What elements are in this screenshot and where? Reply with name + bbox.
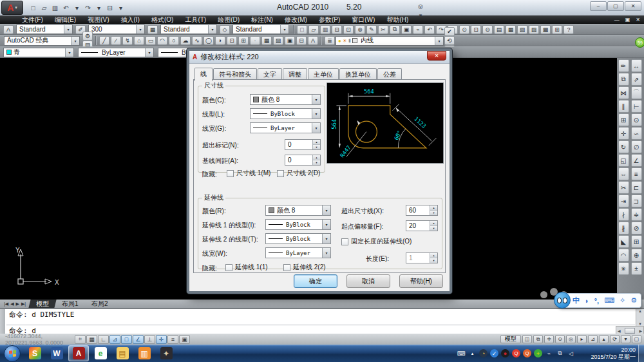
insert-block-icon[interactable]: ⊡ <box>227 36 237 45</box>
ext-color-combo[interactable]: 颜色 8 ▾ <box>265 205 331 216</box>
table-style-combo[interactable]: Standard▾ <box>160 24 217 34</box>
dialog-close-button[interactable]: ✕ <box>427 51 446 61</box>
table-icon[interactable]: ⊟ <box>296 36 307 45</box>
plot-icon[interactable]: ⊕ <box>355 25 365 34</box>
table-style-icon[interactable]: ▦ <box>147 25 158 34</box>
dialog-title-bar[interactable]: A 修改标注样式: 220 ✕ <box>189 51 450 64</box>
annotation-scale-icon[interactable]: ⊿ <box>588 335 598 343</box>
dyn-toggle[interactable]: ✛ <box>156 335 167 344</box>
keyboard-icon[interactable]: ⌨ <box>457 349 466 357</box>
arc-length-dim-icon[interactable]: ⌒ <box>631 86 642 99</box>
workspace-combo[interactable]: AutoCAD 经典▾ <box>4 36 80 46</box>
diameter-dim-icon[interactable]: ∅ <box>631 140 642 153</box>
text-style-icon[interactable]: A <box>3 25 14 34</box>
minimize-button[interactable]: – <box>590 1 607 11</box>
qq-icon-2[interactable]: Q <box>523 349 531 357</box>
offset-icon[interactable]: ∥ <box>618 100 629 113</box>
print-icon[interactable]: ⊟ <box>105 3 115 13</box>
spin-down-icon[interactable]: ▼ <box>313 160 320 165</box>
explode-icon[interactable]: ✳ <box>618 262 629 275</box>
revision-cloud-icon[interactable]: ☁ <box>180 36 191 45</box>
scale-icon[interactable]: ◱ <box>618 154 629 167</box>
player-icon[interactable]: ● <box>501 349 509 357</box>
dim-extend-spinner[interactable]: 0 ▲▼ <box>285 139 321 150</box>
first-tab-icon[interactable]: |◀ <box>4 301 8 307</box>
circle-icon[interactable]: ○ <box>169 36 179 45</box>
ext1-linetype-combo[interactable]: ByBlock ▾ <box>265 219 331 230</box>
new-file-icon[interactable]: □ <box>297 25 307 34</box>
menu-item[interactable]: 文件(F) <box>22 15 43 24</box>
power-plug-icon[interactable]: ⌁ <box>545 349 553 357</box>
clean-screen-icon[interactable]: ▢ <box>632 335 641 343</box>
dim-baseline-spinner[interactable]: 0 ▲▼ <box>285 155 321 166</box>
copy-icon[interactable]: ⧉ <box>390 25 400 34</box>
security-shield-icon[interactable]: ✓ <box>490 349 498 357</box>
annotation-autoscale-icon[interactable]: ⟳ <box>610 335 620 343</box>
quick-view-drawings-icon[interactable]: ⧉ <box>533 335 543 343</box>
properties-icon[interactable]: ▤ <box>494 25 504 34</box>
show-motion-icon[interactable]: ▸ <box>577 335 587 343</box>
multiline-text-icon[interactable]: A <box>308 36 318 45</box>
menu-item[interactable]: 修改(M) <box>285 15 307 24</box>
center-mark-icon[interactable]: ⊕ <box>631 249 642 262</box>
last-tab-icon[interactable]: ▶| <box>21 301 26 307</box>
chamfer-icon[interactable]: ◣ <box>618 235 629 248</box>
trim-icon[interactable]: ✂ <box>618 181 629 194</box>
quick-calc-icon[interactable]: ⊞ <box>552 25 562 34</box>
print-icon[interactable]: ⊟ <box>332 25 342 34</box>
messenger-badge[interactable]: 59 <box>635 37 644 48</box>
open-file-icon[interactable]: ▱ <box>39 3 49 13</box>
rectangle-icon[interactable]: ▭ <box>146 36 156 45</box>
ime-moon-icon[interactable]: ◗ <box>585 297 589 305</box>
next-tab-icon[interactable]: ▶ <box>16 301 19 307</box>
show-desktop-button[interactable] <box>638 345 644 362</box>
suppress-ext-line1-checkbox[interactable]: 延伸线 1(1) <box>225 263 268 272</box>
scroll-thumb[interactable] <box>625 328 635 334</box>
restore-button[interactable]: ▢ <box>607 1 624 11</box>
linear-dim-icon[interactable]: ↔ <box>631 59 642 72</box>
ducs-toggle[interactable]: ⊥ <box>144 335 155 344</box>
suppress-ext-line2-checkbox[interactable]: 延伸线 2(2) <box>283 263 326 272</box>
gear-icon[interactable]: ⚙ <box>82 32 93 41</box>
clock-app-icon[interactable]: ◔ <box>479 349 488 357</box>
ortho-toggle[interactable]: ∟ <box>98 335 109 344</box>
status-menu-icon[interactable]: ▾ <box>621 335 630 343</box>
construction-line-icon[interactable]: ⁄ <box>111 36 121 45</box>
cancel-button[interactable]: 取消 <box>346 274 390 288</box>
menu-item[interactable]: 绘图(D) <box>218 15 240 24</box>
layer-make-current-icon[interactable]: ✔ <box>444 27 455 36</box>
save-icon[interactable]: ▥ <box>320 25 330 34</box>
ext2-linetype-combo[interactable]: ByBlock ▾ <box>265 233 331 244</box>
stretch-icon[interactable]: ⇔ <box>618 167 629 180</box>
ime-mascot-icon[interactable] <box>554 292 571 309</box>
quick-dim-icon[interactable]: ≡ <box>631 167 642 180</box>
grid-toggle[interactable]: ▦ <box>86 335 97 344</box>
rotate-icon[interactable]: ↻ <box>618 140 629 153</box>
ime-keyboard-icon[interactable]: ⌨ <box>604 296 614 305</box>
point-icon[interactable]: · <box>250 36 260 45</box>
suppress-dim-line2-checkbox[interactable]: 尺寸线 2(D) <box>277 169 320 178</box>
tab-layout1[interactable]: 布局1 <box>55 300 86 308</box>
tab-model[interactable]: 模型 <box>29 300 57 308</box>
redo-icon[interactable]: ↷ <box>83 3 93 13</box>
command-vscrollbar[interactable]: ▲▼ <box>636 309 644 326</box>
suppress-dim-line1-checkbox[interactable]: 尺寸线 1(M) <box>227 169 270 178</box>
command-panel-grip[interactable] <box>0 309 5 335</box>
menu-item[interactable]: 格式(O) <box>151 15 173 24</box>
paste-icon[interactable]: ▣ <box>401 25 412 34</box>
menu-item[interactable]: 视图(V) <box>88 15 109 24</box>
spin-down-icon[interactable]: ▼ <box>430 226 437 231</box>
dim-color-combo[interactable]: 颜色 8 ▾ <box>250 94 321 105</box>
open-file-icon[interactable]: ▱ <box>308 25 319 34</box>
jogged-dim-icon[interactable]: ∽ <box>631 127 642 140</box>
text-style-combo[interactable]: Standard▾ <box>16 24 73 34</box>
spin-up-icon[interactable]: ▲ <box>313 155 320 160</box>
continue-dim-icon[interactable]: ⊐ <box>631 195 642 207</box>
print-dropdown-icon[interactable]: ▾ <box>116 3 126 13</box>
dialog-tab[interactable]: 线 <box>194 68 213 81</box>
save-icon[interactable]: ▥ <box>50 3 60 13</box>
line-icon[interactable]: ╱ <box>99 36 109 45</box>
taskbar-app-photos[interactable]: ✦ <box>156 345 176 361</box>
zoom-window-icon[interactable]: ⊡ <box>471 25 481 34</box>
gradient-icon[interactable]: ▨ <box>273 36 283 45</box>
